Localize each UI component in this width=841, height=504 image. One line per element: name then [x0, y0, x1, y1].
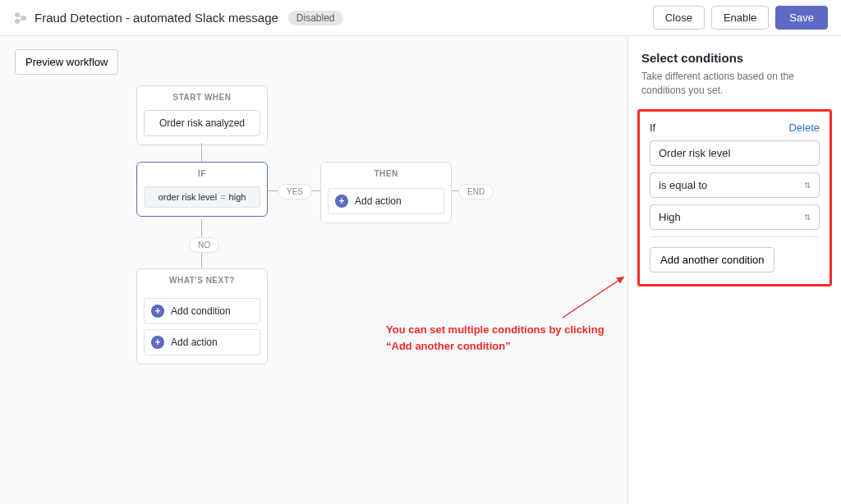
plus-icon: + [151, 336, 164, 349]
start-trigger-chip: Order risk analyzed [144, 110, 260, 136]
add-condition-button[interactable]: + Add condition [144, 298, 260, 324]
svg-point-0 [15, 12, 20, 17]
conditions-sidebar: Select conditions Take different actions… [627, 36, 841, 504]
annotation-line2: “Add another condition” [386, 338, 641, 355]
condition-editor-panel: If Delete Order risk level is equal to ⇅… [638, 110, 831, 286]
condition-field-select[interactable]: Order risk level [650, 140, 820, 166]
header-bar: Fraud Detection - automated Slack messag… [0, 0, 841, 36]
if-node[interactable]: IF order risk level = high [136, 162, 268, 217]
svg-point-1 [21, 16, 26, 21]
condition-operator-value: is equal to [659, 179, 707, 191]
if-cond-field: order risk level [159, 192, 218, 202]
condition-operator-select[interactable]: is equal to ⇅ [650, 172, 820, 198]
if-cond-value: high [229, 192, 246, 202]
connector-vertical [201, 143, 202, 162]
start-node-head: START WHEN [137, 86, 267, 105]
then-node-head: THEN [321, 163, 451, 180]
page-title: Fraud Detection - automated Slack messag… [34, 11, 278, 25]
no-pill: NO [189, 237, 219, 253]
then-add-action[interactable]: + Add action [328, 188, 444, 214]
annotation-arrow [558, 273, 632, 322]
add-condition-label: Add condition [171, 305, 231, 317]
end-pill: END [458, 184, 494, 199]
whats-next-node: WHAT'S NEXT? + Add condition + Add actio… [136, 268, 268, 364]
add-action-button[interactable]: + Add action [144, 329, 260, 355]
then-node[interactable]: THEN + Add action [320, 162, 452, 223]
add-another-condition-button[interactable]: Add another condition [650, 247, 774, 273]
add-action-label: Add action [171, 337, 218, 348]
condition-value-select[interactable]: High ⇅ [650, 204, 820, 230]
whats-next-head: WHAT'S NEXT? [137, 269, 267, 288]
enable-button[interactable]: Enable [711, 6, 769, 30]
divider [650, 236, 820, 237]
plus-icon: + [151, 305, 164, 318]
chevron-updown-icon: ⇅ [804, 181, 811, 190]
annotation-text: You can set multiple conditions by click… [386, 322, 641, 354]
if-cond-operator: = [220, 192, 225, 202]
condition-field-value: Order risk level [659, 147, 730, 159]
then-add-action-label: Add action [355, 195, 402, 207]
sidebar-title: Select conditions [641, 51, 828, 65]
annotation-line1: You can set multiple conditions by click… [386, 322, 641, 338]
yes-pill: YES [278, 184, 312, 199]
workflow-icon [13, 11, 28, 25]
plus-icon: + [335, 195, 348, 208]
if-label: If [650, 121, 655, 134]
svg-point-2 [15, 19, 20, 24]
chevron-updown-icon: ⇅ [804, 213, 811, 222]
if-node-head: IF [137, 163, 267, 181]
preview-workflow-button[interactable]: Preview workflow [15, 49, 118, 75]
sidebar-description: Take different actions based on the cond… [641, 70, 828, 99]
if-condition-chip: order risk level = high [144, 186, 260, 208]
workflow-canvas: Preview workflow START WHEN Order risk a… [0, 36, 627, 504]
start-node[interactable]: START WHEN Order risk analyzed [136, 85, 268, 145]
condition-value-value: High [659, 211, 681, 223]
save-button[interactable]: Save [775, 6, 828, 30]
status-badge: Disabled [288, 11, 343, 25]
delete-condition-link[interactable]: Delete [788, 121, 820, 134]
close-button[interactable]: Close [653, 6, 705, 30]
